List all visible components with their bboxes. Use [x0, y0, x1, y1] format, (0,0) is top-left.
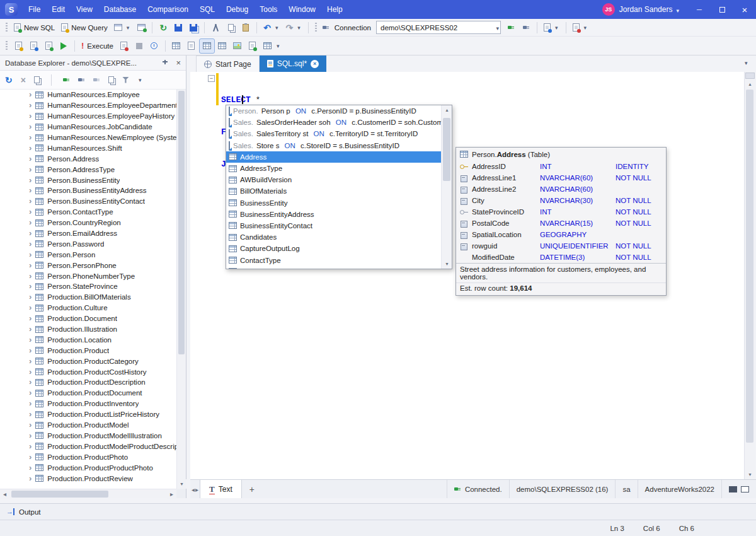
expand-chevron-icon[interactable]	[29, 325, 32, 333]
menu-item[interactable]: Help	[321, 0, 348, 19]
table-tree-item[interactable]: Production.BillOfMaterials	[0, 292, 176, 303]
tab-close-icon[interactable]	[311, 60, 319, 68]
menu-item[interactable]: Database	[98, 0, 142, 19]
scroll-down-icon[interactable]	[442, 259, 452, 269]
text-view-tab[interactable]: Text	[200, 480, 242, 498]
paste-button[interactable]	[238, 20, 253, 35]
expand-chevron-icon[interactable]	[29, 155, 32, 163]
autocomplete-join-item[interactable]: Sales.SalesTerritory st ON c.TerritoryID…	[226, 128, 441, 139]
table-tree-item[interactable]: Production.Culture	[0, 303, 176, 313]
code-fold-icon[interactable]	[208, 75, 215, 82]
add-view-button[interactable]: +	[242, 480, 262, 498]
grid-view-button[interactable]	[215, 38, 230, 54]
table-tree-item[interactable]: Person.BusinessEntityContact	[0, 196, 176, 207]
explorer-toolbar-chevron-icon[interactable]	[137, 77, 143, 83]
new-connection-icon[interactable]	[63, 77, 70, 83]
expand-chevron-icon[interactable]	[29, 283, 32, 290]
full-screen-view-icon[interactable]	[729, 486, 737, 492]
explorer-disconnect-icon[interactable]	[93, 77, 100, 83]
disconnect-button[interactable]	[518, 20, 534, 35]
autocomplete-table-item[interactable]: BusinessEntityAddress	[226, 209, 441, 220]
connection-status-segment[interactable]: Connected.	[447, 480, 509, 498]
scrollbar-thumb[interactable]	[178, 91, 185, 354]
table-tree-item[interactable]: HumanResources.Employee	[0, 90, 176, 100]
table-tree-item[interactable]: HumanResources.JobCandidate	[0, 122, 176, 132]
explorer-connect-icon[interactable]	[78, 77, 85, 83]
expand-chevron-icon[interactable]	[29, 315, 32, 322]
tab-sql-document[interactable]: SQL.sql*	[260, 55, 326, 72]
table-tree-item[interactable]: Production.Illustration	[0, 324, 176, 335]
table-tree-item[interactable]: Production.ProductModelIllustration	[0, 431, 176, 441]
windowed-view-icon[interactable]	[741, 486, 749, 492]
text-view-button[interactable]	[184, 38, 199, 54]
scroll-left-icon[interactable]	[192, 486, 195, 493]
expand-chevron-icon[interactable]	[29, 378, 32, 386]
maximize-button[interactable]	[711, 0, 733, 19]
connection-chevron-icon[interactable]	[496, 24, 499, 32]
table-tree-item[interactable]: Person.Address	[0, 153, 176, 164]
tab-list-chevron-icon[interactable]	[745, 59, 751, 66]
scroll-right-icon[interactable]	[195, 486, 198, 493]
expand-chevron-icon[interactable]	[29, 475, 32, 482]
menu-item[interactable]: SQL	[194, 0, 220, 19]
toolbar-grip[interactable]	[6, 23, 8, 33]
autocomplete-table-item[interactable]: BusinessEntityContact	[226, 220, 441, 231]
explorer-copy-icon[interactable]	[108, 76, 114, 83]
editor-vertical-scrollbar[interactable]	[744, 72, 755, 479]
autocomplete-join-item[interactable]: Sales.Store s ON c.StoreID = s.BusinessE…	[226, 140, 441, 151]
new-window-button[interactable]	[111, 20, 134, 35]
minimize-button[interactable]	[688, 0, 711, 19]
close-button[interactable]	[733, 0, 756, 19]
expand-chevron-icon[interactable]	[29, 400, 32, 407]
new-document-window-button[interactable]	[134, 20, 149, 35]
table-tree-item[interactable]: Person.EmailAddress	[0, 228, 176, 239]
scrollbar-thumb[interactable]	[11, 491, 108, 498]
image-view-button[interactable]	[230, 38, 245, 54]
table-tree-item[interactable]: Person.ContactType	[0, 207, 176, 218]
expand-chevron-icon[interactable]	[29, 144, 32, 152]
scroll-up-icon[interactable]	[745, 79, 755, 89]
scroll-left-icon[interactable]	[0, 489, 9, 499]
expand-chevron-icon[interactable]	[29, 293, 32, 301]
server-segment[interactable]: demo\SQLEXPRESS02 (16)	[509, 480, 616, 498]
undo-button[interactable]	[260, 20, 282, 35]
refresh-button[interactable]	[156, 20, 171, 35]
expand-chevron-icon[interactable]	[29, 197, 32, 205]
autocomplete-table-item[interactable]: Candidates	[226, 231, 441, 243]
expand-chevron-icon[interactable]	[29, 166, 32, 173]
execute-button[interactable]: Execute	[78, 38, 117, 54]
table-tree-item[interactable]: Person.BusinessEntity	[0, 175, 176, 185]
expand-chevron-icon[interactable]	[29, 262, 32, 269]
table-tree-item[interactable]: Person.PhoneNumberType	[0, 271, 176, 281]
expand-chevron-icon[interactable]	[29, 368, 32, 376]
table-tree-item[interactable]: Production.Document	[0, 313, 176, 324]
scroll-up-icon[interactable]	[442, 105, 452, 115]
autocomplete-table-item[interactable]: AddressType	[226, 163, 441, 174]
table-tree-item[interactable]: Person.Password	[0, 238, 176, 249]
autocomplete-scrollbar[interactable]	[441, 105, 452, 269]
expand-chevron-icon[interactable]	[29, 102, 32, 109]
expand-chevron-icon[interactable]	[29, 432, 32, 440]
table-tree-item[interactable]: Person.AddressType	[0, 164, 176, 175]
expand-chevron-icon[interactable]	[29, 443, 32, 450]
redo-button[interactable]	[283, 20, 305, 35]
report-button[interactable]	[260, 38, 275, 54]
menu-item[interactable]: File	[23, 0, 46, 19]
autocomplete-table-item[interactable]: ContactType	[226, 254, 441, 265]
expand-chevron-icon[interactable]	[29, 177, 32, 184]
connect-button[interactable]	[503, 20, 518, 35]
table-tree-item[interactable]: Production.ProductModel	[0, 420, 176, 431]
expand-chevron-icon[interactable]	[29, 134, 32, 141]
table-tree-item[interactable]: Production.ProductDescription	[0, 377, 176, 388]
table-tree-item[interactable]: Production.ProductListPriceHistory	[0, 409, 176, 420]
table-tree-item[interactable]: Person.BusinessEntityAddress	[0, 185, 176, 196]
table-tree-item[interactable]: Production.ProductPhoto	[0, 452, 176, 462]
expand-chevron-icon[interactable]	[29, 347, 32, 354]
user-avatar[interactable]: JS	[602, 3, 615, 16]
autocomplete-join-item[interactable]: Sales.SalesOrderHeader soh ON c.Customer…	[226, 117, 441, 128]
view-options-chevron-icon[interactable]	[275, 43, 281, 49]
expand-chevron-icon[interactable]	[29, 453, 32, 461]
export-button[interactable]	[245, 38, 260, 54]
autocomplete-table-item[interactable]: AWBuildVersion	[226, 174, 441, 185]
menu-item[interactable]: Edit	[46, 0, 71, 19]
